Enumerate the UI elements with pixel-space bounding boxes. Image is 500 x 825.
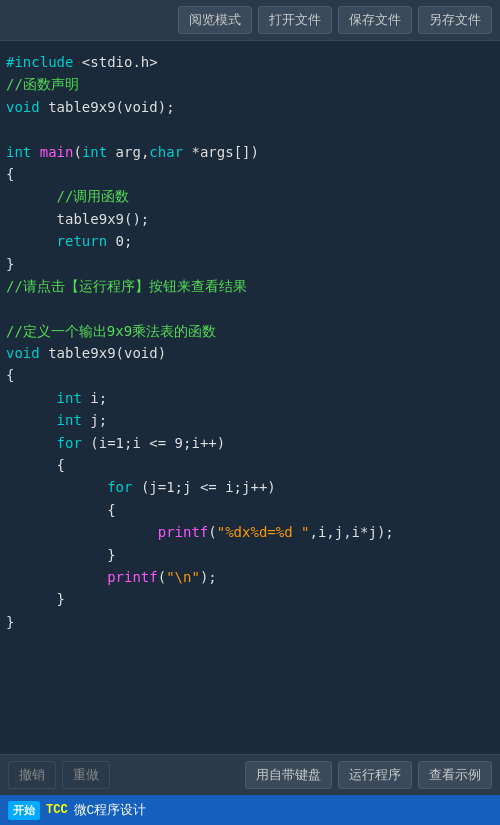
view-example-button[interactable]: 查看示例 [418,761,492,789]
start-icon[interactable]: 开始 [8,801,40,820]
code-content: #include <stdio.h> //函数声明 void table9x9(… [6,51,494,633]
run-program-button[interactable]: 运行程序 [338,761,412,789]
status-bar: 开始 TCC 微C程序设计 [0,795,500,825]
redo-button[interactable]: 重做 [62,761,110,789]
browse-mode-button[interactable]: 阅览模式 [178,6,252,34]
save-as-file-button[interactable]: 另存文件 [418,6,492,34]
code-editor[interactable]: #include <stdio.h> //函数声明 void table9x9(… [0,41,500,754]
bottom-toolbar: 撤销 重做 用自带键盘 运行程序 查看示例 [0,754,500,795]
undo-button[interactable]: 撤销 [8,761,56,789]
app-title: 微C程序设计 [74,801,147,819]
open-file-button[interactable]: 打开文件 [258,6,332,34]
keyboard-button[interactable]: 用自带键盘 [245,761,332,789]
top-toolbar: 阅览模式 打开文件 保存文件 另存文件 [0,0,500,41]
save-file-button[interactable]: 保存文件 [338,6,412,34]
tcc-label: TCC [46,803,68,817]
